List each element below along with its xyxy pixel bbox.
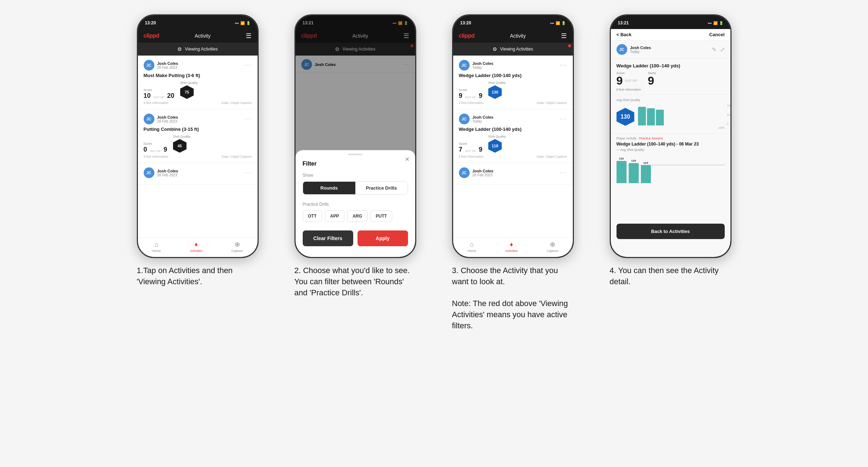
stats-row-3-1: Score 9 OUT OF 9 Shot Quality 130 (459, 81, 567, 99)
session-type: Practice Session (639, 137, 663, 140)
phone-col-4: 13:21 ▪▪▪ 📶 🔋 < Back Cancel JC (603, 14, 739, 287)
drill-putt[interactable]: PUTT (370, 210, 392, 222)
phone-3: 13:20 ▪▪▪ 📶 🔋 clippd Activity ☰ ⚙ Viewin… (452, 14, 574, 258)
notch-4 (647, 15, 694, 26)
card-header-3-1: JC Josh Coles Today ··· (459, 60, 567, 71)
sq-stat-3-1: Shot Quality 130 (488, 81, 506, 99)
chart-section: Avg Shot Quality 130 100 50 0 (611, 95, 730, 134)
y-axis-labels: 100 50 0 (727, 104, 730, 125)
nav-activities-3[interactable]: ♦ Activities (505, 241, 518, 253)
expand-icon[interactable]: ⤢ (720, 46, 725, 53)
desc-text-4: 4. You can then see the Activity detail. (610, 265, 732, 287)
avatar-3-1: JC (459, 60, 470, 71)
more-dots-3-1[interactable]: ··· (560, 62, 567, 68)
detail-avatar: JC (617, 44, 627, 55)
more-dots-3-2[interactable]: ··· (560, 116, 567, 122)
activity-card-3-2[interactable]: JC Josh Coles Today ··· Wedge Ladder (10… (453, 109, 573, 163)
back-activities-btn[interactable]: Back to Activities (617, 224, 725, 239)
battery-icon: 🔋 (246, 21, 250, 25)
activity-card-3-3[interactable]: JC Josh Coles 28 Feb 2023 ··· (453, 163, 573, 185)
card-header-1-2: JC Josh Coles 28 Feb 2023 ··· (144, 114, 252, 124)
avatar-name-3-3: JC Josh Coles 28 Feb 2023 (459, 167, 494, 178)
phone-3-inner: 13:20 ▪▪▪ 📶 🔋 clippd Activity ☰ ⚙ Viewin… (453, 15, 573, 257)
stats-row-1-1: Score 10 OUT OF 20 Shot Quality 75 (144, 81, 252, 99)
modal-title: Filter (303, 161, 408, 167)
card-footer-1-2: ℹ Test Information Data: Clippd Capture (144, 155, 252, 158)
score-stat-3-2: Score 7 OUT OF 9 (459, 142, 483, 153)
viewing-banner-3[interactable]: ⚙ Viewing Activities (453, 43, 573, 56)
user-name-3-1: Josh Coles (473, 61, 494, 66)
user-info-1-1: Josh Coles 28 Feb 2023 (157, 61, 178, 70)
y-label-50: 50 (727, 113, 730, 116)
drill-arg[interactable]: ARG (347, 210, 368, 222)
clear-filters-btn[interactable]: Clear Filters (303, 230, 353, 246)
menu-icon-3[interactable]: ☰ (561, 32, 567, 40)
user-info-3-1: Josh Coles Today (473, 61, 494, 70)
detail-avatar-name: JC Josh Coles Today (617, 44, 651, 55)
cancel-btn[interactable]: Cancel (709, 32, 725, 37)
battery-icon-3: 🔋 (561, 21, 566, 25)
sq-hex-3-2: 118 (488, 139, 502, 153)
signal-icon-4: ▪▪▪ (708, 21, 712, 25)
avatar-name-3-1: JC Josh Coles Today (459, 60, 494, 71)
nav-capture-3[interactable]: ⊕ Capture (547, 240, 558, 253)
phone-col-2: 13:21 ▪▪▪ 📶 🔋 clippd Activity ☰ ⚙ Viewin… (287, 14, 423, 298)
user-info-1-2: Josh Coles 28 Feb 2023 (157, 115, 178, 123)
menu-icon-1[interactable]: ☰ (246, 32, 251, 40)
activity-card-1-1[interactable]: JC Josh Coles 28 Feb 2023 ··· Must Make … (138, 56, 258, 109)
back-btn[interactable]: < Back (617, 32, 632, 37)
cards-scroll-3[interactable]: JC Josh Coles Today ··· Wedge Ladder (10… (453, 56, 573, 240)
cards-scroll-1[interactable]: JC Josh Coles 28 Feb 2023 ··· Must Make … (138, 56, 258, 240)
user-info-3-2: Josh Coles Today (473, 115, 494, 123)
drill-app[interactable]: APP (325, 210, 345, 222)
more-dots-1-2[interactable]: ··· (245, 116, 251, 122)
status-icons-1: ▪▪▪ 📶 🔋 (235, 21, 250, 25)
user-date-3-3: 28 Feb 2023 (473, 173, 494, 177)
apply-btn[interactable]: Apply (358, 230, 408, 246)
detail-user-row: JC Josh Coles Today ✎ ⤢ (611, 40, 730, 59)
notch-1 (174, 15, 221, 26)
more-dots-1-3[interactable]: ··· (245, 170, 251, 176)
nav-title-3: Activity (510, 33, 526, 39)
drills-label: Practice Drills (303, 202, 408, 207)
session-bar-rect-3 (641, 165, 651, 183)
bar-wrapper-3 (656, 110, 664, 125)
signal-icon: ▪▪▪ (235, 21, 239, 25)
activities-icon-1: ♦ (195, 241, 198, 248)
viewing-banner-1[interactable]: ⚙ Viewing Activities (138, 43, 258, 56)
phone-2-inner: 13:21 ▪▪▪ 📶 🔋 clippd Activity ☰ ⚙ Viewin… (296, 15, 415, 257)
show-label: Show (303, 173, 408, 178)
more-dots-3-3[interactable]: ··· (560, 170, 567, 176)
avatar-name-1-3: JC Josh Coles 28 Feb 2023 (144, 167, 178, 178)
detail-info: ℹ Test Information (617, 88, 725, 91)
modal-close-btn[interactable]: ✕ (405, 156, 409, 163)
avatar-3-2: JC (459, 114, 470, 124)
nav-capture-label-3: Capture (547, 249, 558, 253)
filter-tab-practice[interactable]: Practice Drills (355, 182, 408, 194)
drill-ott[interactable]: OTT (303, 210, 322, 222)
nav-capture-1[interactable]: ⊕ Capture (231, 240, 243, 253)
filter-tab-rounds[interactable]: Rounds (303, 182, 355, 194)
desc-text-2: 2. Choose what you'd like to see. You ca… (294, 265, 416, 298)
detail-shots-val: 9 (648, 74, 654, 87)
sq-stat-1-1: Shot Quality 75 (180, 81, 198, 99)
more-dots-1-1[interactable]: ··· (245, 62, 251, 68)
phones-row: 13:20 ▪▪▪ 📶 🔋 clippd Activity ☰ ⚙ Viewin… (7, 14, 861, 332)
nav-activities-1[interactable]: ♦ Activities (190, 241, 203, 253)
y-label-100: 100 (727, 104, 730, 107)
edit-icon[interactable]: ✎ (712, 46, 716, 53)
nav-home-1[interactable]: ⌂ Home (152, 241, 161, 253)
session-bar-val-1: 132 (619, 157, 624, 160)
sq-stat-3-2: Shot Quality 118 (488, 135, 506, 153)
activity-card-3-1[interactable]: JC Josh Coles Today ··· Wedge Ladder (10… (453, 56, 573, 109)
detail-user-name: Josh Coles (630, 46, 651, 50)
avatar-name-1-2: JC Josh Coles 28 Feb 2023 (144, 114, 178, 124)
avatar-name-3-2: JC Josh Coles Today (459, 114, 494, 124)
avatar-1-3: JC (144, 167, 154, 178)
user-date-1-3: 28 Feb 2023 (157, 173, 178, 177)
logo-1: clippd (144, 33, 159, 39)
phone-col-3: 13:20 ▪▪▪ 📶 🔋 clippd Activity ☰ ⚙ Viewin… (445, 14, 581, 332)
activity-card-1-3[interactable]: JC Josh Coles 28 Feb 2023 ··· (138, 163, 258, 185)
nav-home-3[interactable]: ⌂ Home (467, 241, 476, 253)
activity-card-1-2[interactable]: JC Josh Coles 28 Feb 2023 ··· Putting Co… (138, 109, 258, 163)
